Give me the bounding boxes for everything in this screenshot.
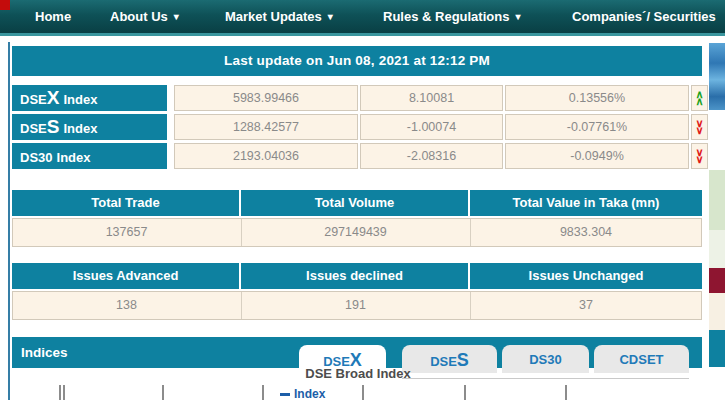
index-trend-cell: ∨ ∨: [691, 143, 708, 169]
chart-title: DSE Broad Index: [10, 366, 706, 381]
legend-label: Index: [294, 387, 325, 400]
chart-gridline: [59, 385, 61, 400]
index-value: 1288.42577: [174, 114, 358, 140]
sidebar-block-green: [709, 170, 725, 230]
sidebar-image-fragment: [709, 43, 725, 110]
column-divider: [241, 219, 242, 246]
total-trade-value: 137657: [13, 219, 240, 246]
issues-declined-header: Issues declined: [241, 263, 468, 289]
chart-gridline: [464, 385, 466, 400]
caret-down-icon: ▾: [515, 11, 520, 22]
sidebar-block-red: [709, 268, 725, 293]
issues-values-row: 138 191 37: [12, 291, 702, 320]
chart-gridline: [162, 385, 164, 400]
chart-legend[interactable]: Index: [280, 387, 325, 400]
nav-item-rules-regulations[interactable]: Rules & Regulations▾: [383, 0, 520, 33]
index-row-ds30: DS30Index 2193.04036 -2.08316 -0.0949% ∨…: [10, 143, 706, 169]
chart-gridline: [262, 385, 264, 400]
total-value-taka: 9833.304: [471, 219, 701, 246]
chart-gridline: [362, 385, 364, 400]
totals-values-row: 137657 297149439 9833.304: [12, 218, 702, 247]
index-name: DS30Index: [12, 143, 167, 169]
corner-red-marker: [0, 0, 10, 10]
nav-item-companies-securities[interactable]: Companies´/ Securities: [572, 0, 716, 33]
issues-advanced-header: Issues Advanced: [12, 263, 239, 289]
issues-declined-value: 191: [242, 292, 469, 319]
nav-item-market-updates[interactable]: Market Updates▾: [225, 0, 333, 33]
total-trade-header: Total Trade: [12, 190, 239, 216]
index-value: 5983.99466: [174, 85, 358, 111]
caret-down-icon: ▾: [174, 11, 179, 22]
column-divider: [470, 292, 471, 319]
index-value: 2193.04036: [174, 143, 358, 169]
issues-advanced-value: 138: [13, 292, 240, 319]
total-volume-value: 297149439: [242, 219, 469, 246]
legend-line-icon: [280, 393, 290, 396]
index-row-dsex: DSEXIndex 5983.99466 8.10081 0.13556% ∧ …: [10, 85, 706, 111]
index-change-pct: 0.13556%: [505, 85, 689, 111]
main-panel: Last update on Jun 08, 2021 at 12:12 PM …: [8, 42, 704, 400]
index-trend-cell: ∨ ∨: [691, 114, 708, 140]
index-name: DSESIndex: [12, 114, 167, 140]
issues-unchanged-header: Issues Unchanged: [470, 263, 702, 289]
total-value-header: Total Value in Taka (mn): [470, 190, 702, 216]
index-change: -1.00074: [360, 114, 503, 140]
double-up-arrow-icon: ∧ ∧: [692, 86, 707, 110]
index-change: -2.08316: [360, 143, 503, 169]
index-trend-cell: ∧ ∧: [691, 85, 708, 111]
sidebar-block-cream: [709, 293, 725, 330]
column-divider: [241, 292, 242, 319]
top-navigation-bar: Home About Us▾ Market Updates▾ Rules & R…: [0, 0, 725, 33]
index-change-pct: -0.0949%: [505, 143, 689, 169]
sidebar-block-pale: [709, 230, 725, 268]
chart-gridline: [565, 385, 567, 400]
double-down-arrow-icon: ∨ ∨: [692, 115, 707, 139]
last-update-banner: Last update on Jun 08, 2021 at 12:12 PM: [12, 46, 702, 76]
total-volume-header: Total Volume: [241, 190, 468, 216]
column-divider: [470, 219, 471, 246]
nav-item-home[interactable]: Home: [35, 0, 71, 33]
issues-unchanged-value: 37: [471, 292, 701, 319]
index-change: 8.10081: [360, 85, 503, 111]
index-row-dses: DSESIndex 1288.42577 -1.00074 -0.07761% …: [10, 114, 706, 140]
nav-item-about-us[interactable]: About Us▾: [110, 0, 179, 33]
index-change-pct: -0.07761%: [505, 114, 689, 140]
chart-gridline: [63, 385, 65, 400]
caret-down-icon: ▾: [328, 11, 333, 22]
index-name: DSEXIndex: [12, 85, 167, 111]
nav-accent-line: [0, 33, 725, 36]
sidebar-block-teal: [709, 330, 725, 367]
double-down-arrow-icon: ∨ ∨: [692, 144, 707, 168]
